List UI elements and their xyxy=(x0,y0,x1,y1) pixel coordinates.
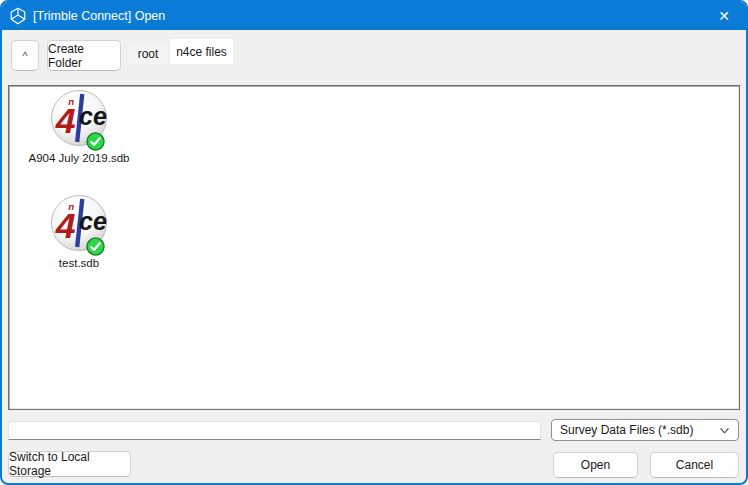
create-folder-button[interactable]: Create Folder xyxy=(47,40,121,71)
file-type-selected-value: Survey Data Files (*.sdb) xyxy=(560,423,719,437)
breadcrumb-current-folder[interactable]: n4ce files xyxy=(170,39,233,64)
breadcrumb-root[interactable]: root xyxy=(128,43,168,64)
window-title: [Trimble Connect] Open xyxy=(33,9,165,23)
chevron-down-icon xyxy=(719,425,730,436)
green-check-badge-icon xyxy=(86,132,105,151)
up-one-level-button[interactable]: ^ xyxy=(11,40,39,71)
svg-text:ce: ce xyxy=(79,207,107,235)
file-list[interactable]: n 4 ce A904 July 2019.sdb n 4 xyxy=(8,85,740,410)
open-button[interactable]: Open xyxy=(553,452,638,478)
green-check-badge-icon xyxy=(86,237,105,256)
file-name-label: A904 July 2019.sdb xyxy=(28,152,129,164)
svg-text:4: 4 xyxy=(55,206,76,246)
titlebar: [Trimble Connect] Open ✕ xyxy=(2,2,746,30)
cancel-button[interactable]: Cancel xyxy=(650,452,739,478)
file-name-label: test.sdb xyxy=(59,257,99,269)
svg-text:4: 4 xyxy=(55,101,76,141)
file-item[interactable]: n 4 ce test.sdb xyxy=(15,194,143,269)
svg-text:ce: ce xyxy=(79,102,107,130)
trimble-connect-open-dialog: [Trimble Connect] Open ✕ ^ Create Folder… xyxy=(0,0,748,485)
close-icon[interactable]: ✕ xyxy=(702,2,746,30)
switch-to-local-storage-button[interactable]: Switch to Local Storage xyxy=(8,451,131,477)
filename-input[interactable] xyxy=(8,421,541,440)
trimble-connect-logo-icon xyxy=(9,7,27,25)
file-type-select[interactable]: Survey Data Files (*.sdb) xyxy=(551,419,739,441)
file-item[interactable]: n 4 ce A904 July 2019.sdb xyxy=(15,89,143,164)
